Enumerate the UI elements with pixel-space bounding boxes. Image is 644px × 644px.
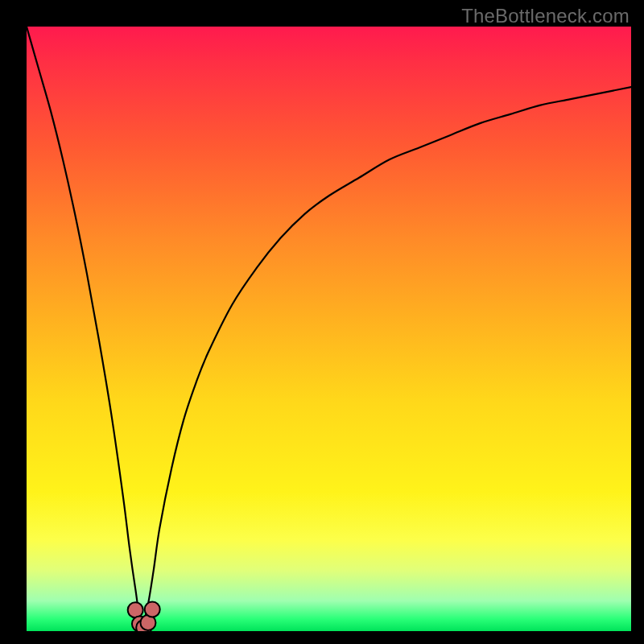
minimum-marker — [145, 601, 160, 617]
minimum-marker — [128, 602, 143, 617]
curve-svg — [27, 27, 631, 631]
plot-area — [27, 27, 631, 631]
chart-frame: TheBottleneck.com — [0, 0, 644, 644]
bottleneck-curve — [27, 27, 631, 625]
curve-minimum-markers — [128, 601, 160, 631]
watermark-text: TheBottleneck.com — [461, 5, 630, 27]
